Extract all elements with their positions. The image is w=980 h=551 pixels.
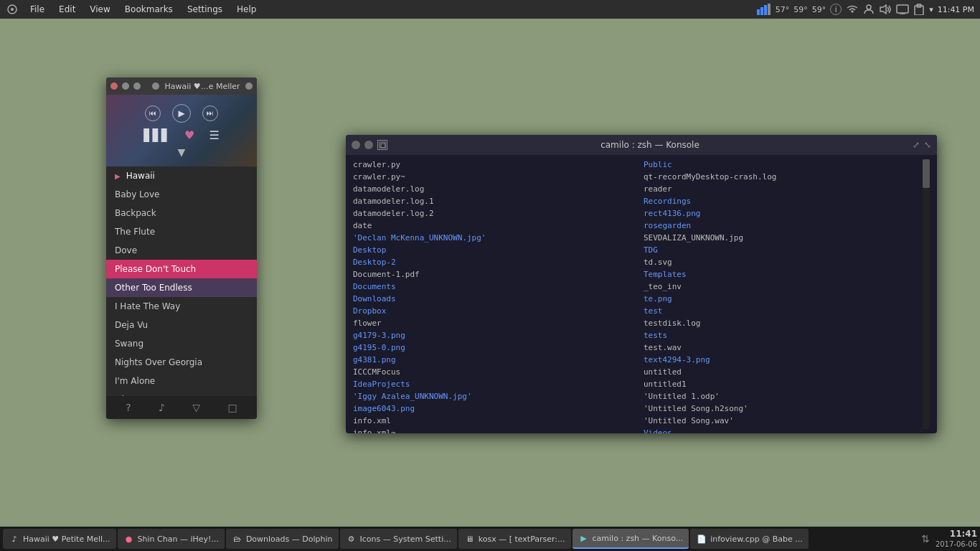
window-btn[interactable]: □ [224,400,242,415]
filter-btn[interactable]: ▽ [188,400,204,415]
track-item[interactable]: Backpack [106,204,257,222]
player-extra-controls: ▋▋▋ ♥ ☰ [143,128,220,142]
track-item[interactable]: The Flute [106,222,257,241]
menu-file[interactable]: File [24,3,50,16]
term-line: date [353,220,629,232]
clock-date: 2017-06-06 [936,540,977,549]
dropdown-arrow-icon[interactable]: ▾ [929,5,933,14]
taskbar-kosx-label: kosx — [ textParser:... [479,534,565,544]
collapse-btn[interactable]: ▼ [178,146,186,158]
term-line: datamodeler.log.1 [353,196,629,207]
term-line: flower [353,318,629,329]
taskbar-icons-icon: ⚙ [346,533,357,545]
volume-icon [879,4,892,14]
track-name: I'm Alone [115,376,155,386]
term-line: test.wav [644,342,920,354]
terminal-scrollbar[interactable] [923,159,930,429]
track-name: Swang [115,339,143,349]
battery-bars-icon [757,4,771,15]
music-note-btn[interactable]: ♪ [154,400,169,415]
term-line: info.xml [353,415,629,427]
clipboard-icon [913,4,925,15]
term-line: g4179-3.png [353,330,629,342]
taskbar-konsole-icon: ▶ [578,532,590,544]
favorite-btn[interactable]: ♥ [184,128,194,142]
track-item[interactable]: Olga [106,390,257,396]
term-line: g4195-0.png [353,342,629,354]
taskbar-item-infoview[interactable]: 📄 infoview.cpp @ Babe ... [690,529,808,549]
menu-bookmarks[interactable]: Bookmarks [119,3,179,16]
term-line: datamodeler.log.2 [353,208,629,220]
taskbar-music-label: Hawaii ♥ Petite Mell... [23,534,110,544]
prev-track-btn[interactable]: ⏮ [145,105,161,121]
playlist-btn[interactable]: ☰ [209,128,219,142]
screen-icon [896,4,909,14]
next-track-btn[interactable]: ⏭ [202,105,218,121]
term-line: Templates [644,269,920,281]
menu-edit[interactable]: Edit [53,3,81,16]
terminal-body[interactable]: crawler.py crawler.py~ datamodeler.log d… [346,155,937,433]
taskbar-item-shinchan[interactable]: ● Shin Chan — iHey!... [118,529,225,549]
player-restore-btn[interactable] [133,83,141,90]
user-icon [863,4,875,15]
term-line: te.png [644,293,920,305]
track-item[interactable]: Dove [106,241,257,260]
menu-view[interactable]: View [84,3,116,16]
track-item[interactable]: I Hate The Way [106,297,257,316]
term-line: Desktop [353,245,629,256]
term-line: 'Untitled Song.wav' [644,415,920,427]
taskbar-item-downloads[interactable]: 🗁 Downloads — Dolphin [226,529,339,549]
taskbar-item-kosx[interactable]: 🖥 kosx — [ textParser:... [458,529,571,549]
term-line: untitled [644,367,920,378]
equalizer-btn[interactable]: ▋▋▋ [143,128,170,142]
term-line: untitled1 [644,379,920,390]
clock-time: 11:41 [936,529,977,540]
term-line: Downloads [353,293,629,305]
wifi-icon [846,4,859,14]
term-line: crawler.py~ [353,171,629,183]
terminal-minimize-btn[interactable] [364,141,373,149]
terminal-resize-btn2[interactable]: ⤡ [924,140,931,150]
taskbar-item-konsole[interactable]: ▶ camilo : zsh — Konso... [573,529,689,549]
track-name: Please Don't Touch [115,264,196,274]
svg-rect-13 [380,142,385,148]
player-minimize-btn[interactable] [122,83,129,90]
track-item[interactable]: Please Don't Touch [106,260,257,278]
term-line: reader [644,184,920,195]
menu-help[interactable]: Help [231,3,262,16]
player-extra-btn2[interactable] [245,83,253,90]
track-list: ▶ Hawaii Baby Love Backpack The Flute Do… [106,166,257,396]
track-item[interactable]: Nights Over Georgia [106,353,257,372]
terminal-expand-btn[interactable] [377,140,387,150]
track-name: Deja Vu [115,320,148,330]
track-name: Nights Over Georgia [115,357,202,367]
track-item[interactable]: I'm Alone [106,372,257,390]
player-close-btn[interactable] [110,83,118,90]
track-name: The Flute [115,227,155,237]
app-icon [6,3,19,16]
taskbar: ♪ Hawaii ♥ Petite Mell... ● Shin Chan — … [0,527,980,551]
track-item[interactable]: Deja Vu [106,316,257,334]
track-item[interactable]: Baby Love [106,185,257,204]
track-name: Other Too Endless [115,283,192,293]
term-line: text4294-3.png [644,354,920,366]
top-menubar: File Edit View Bookmarks Settings Help 5… [0,0,980,19]
track-item[interactable]: Swang [106,334,257,353]
taskbar-item-music[interactable]: ♪ Hawaii ♥ Petite Mell... [3,529,116,549]
term-line: info.xml~ [353,428,629,433]
player-extra-btn1[interactable] [152,83,159,90]
term-line: rect4136.png [644,208,920,220]
track-item[interactable]: Other Too Endless [106,278,257,297]
track-item[interactable]: ▶ Hawaii [106,166,257,185]
term-line: qt-recordMyDesktop-crash.log [644,171,920,183]
menu-settings[interactable]: Settings [182,3,228,16]
time-display: 11:41 PM [938,5,974,14]
info-btn[interactable]: ? [121,400,135,415]
taskbar-item-icons[interactable]: ⚙ Icons — System Setti... [340,529,457,549]
play-pause-btn[interactable]: ▶ [172,104,191,123]
term-line: testdisk.log [644,318,920,329]
term-line: IdeaProjects [353,379,629,390]
term-line: 'Iggy Azalea_UNKNOWN.jpg' [353,391,629,402]
terminal-resize-btn1[interactable]: ⤢ [913,140,920,150]
terminal-close-btn[interactable] [352,141,360,149]
